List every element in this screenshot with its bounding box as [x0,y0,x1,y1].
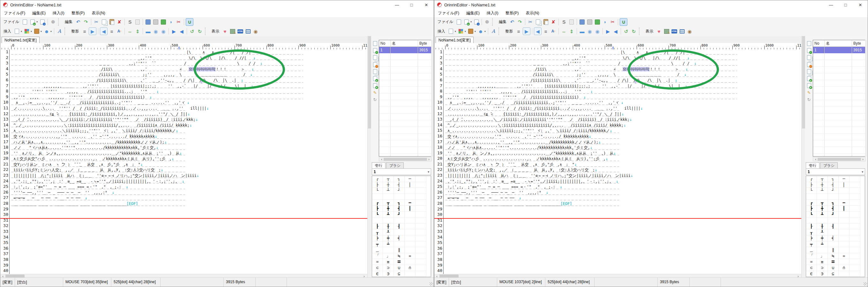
palette-cell[interactable] [372,218,383,224]
select-fill-button[interactable] [145,19,152,26]
insert-page-button[interactable] [13,28,21,35]
new-file-button[interactable] [21,19,28,26]
redo-button[interactable]: ↷ [82,19,89,26]
document-tab[interactable]: NoName1.txt[変更] [2,37,39,43]
undo-button[interactable]: ↶ [509,19,516,26]
palette-cell[interactable] [839,271,849,277]
panel-doc-add-icon[interactable]: + [807,48,811,53]
page-table-empty-row[interactable] [813,80,865,87]
palette-cell[interactable]: 」 [383,253,394,259]
input-mode-toggle[interactable]: ∪ [186,18,193,26]
palette-cell[interactable]: ├ [806,182,817,188]
palette-cell[interactable]: ┘ [828,188,839,194]
palette-cell[interactable]: ⊃ [383,265,394,271]
palette-cell[interactable] [394,242,405,248]
palette-cell[interactable] [828,194,839,200]
play-back-button[interactable]: ◀ [612,28,619,35]
palette-cell[interactable] [828,229,839,235]
palette-cell[interactable]: ┗ [372,212,383,218]
palette-cell[interactable] [849,200,860,206]
palette-cell[interactable] [394,218,405,224]
paste-button[interactable] [542,19,549,26]
panel-doc-remove-icon[interactable]: − [373,62,377,67]
rotate-right-button[interactable]: ↻ [196,28,203,35]
palette-cell[interactable] [817,194,828,200]
palette-cell[interactable] [405,247,415,253]
menu-insert[interactable]: 挿入(I) [483,10,502,16]
palette-cell[interactable] [849,242,860,248]
favorites-heart-button[interactable]: ♥ [221,28,228,35]
palette-cell[interactable]: ┻ [383,212,394,218]
palette-cell[interactable]: ≒ [828,253,839,259]
paste-button[interactable] [108,19,115,26]
palette-cell[interactable]: ┌ [806,176,817,182]
palette-cell[interactable] [405,242,415,248]
palette-cell[interactable]: ┃ [839,206,849,212]
insert-box-button[interactable] [467,28,474,35]
palette-cell[interactable]: ⊂ [806,265,817,271]
palette-cell[interactable]: ┝ [372,235,383,242]
green-fill-button[interactable] [594,19,601,26]
palette-cell[interactable]: ┐ [394,176,405,182]
palette-cell[interactable] [415,253,426,259]
merge-button[interactable]: ▬ [145,28,152,35]
palette-cell[interactable] [849,247,860,253]
palette-cell[interactable]: ┻ [817,212,828,218]
palette-cell[interactable]: │ [405,182,415,188]
save-file-button[interactable]: ▪ [473,19,480,26]
step-end-button[interactable]: ◉ [160,28,167,35]
palette-cell[interactable]: ∋ [383,271,394,277]
scrollbar-thumb[interactable] [817,158,861,161]
html-view-button[interactable]: HTML [237,28,244,35]
menu-file[interactable]: ファイル(F) [0,10,29,16]
undo-button[interactable]: ↶ [75,19,82,26]
palette-cell[interactable] [849,229,860,235]
palette-cell[interactable]: ┣ [806,206,817,212]
template-doc-button[interactable] [568,19,575,26]
template-doc-button[interactable] [134,19,141,26]
page-table-row-selected[interactable]: 1391528 [379,47,431,53]
page-table-empty-row[interactable] [379,120,431,127]
palette-cell[interactable]: ┿ [383,235,394,242]
arc-tool-button[interactable]: ◗ [167,19,175,26]
sort-az-button[interactable]: A− [550,28,557,35]
palette-cell[interactable]: ┥ [394,235,405,242]
preview-eye-button[interactable]: ◉ [686,28,693,35]
palette-cell[interactable] [839,229,849,235]
menu-format[interactable]: 整形(P) [502,10,522,16]
panel-tab-inactive[interactable]: ブラシ [386,162,404,168]
play-forward-button[interactable]: ▶ [604,28,612,35]
palette-cell[interactable] [849,218,860,224]
palette-cell[interactable] [849,188,860,194]
panel-doc-down-icon[interactable]: ▼ [373,83,377,88]
palette-cell[interactable] [405,229,415,235]
palette-cell[interactable]: ≡ [817,259,828,265]
palette-cell[interactable]: 「 [806,253,817,259]
swap-horizontal-button[interactable]: ⇔ [560,28,567,35]
palette-cell[interactable] [415,235,426,242]
page-table-empty-row[interactable] [379,93,431,100]
palette-cell[interactable]: ┓ [828,200,839,206]
palette-cell[interactable]: ┸ [383,229,394,235]
palette-cell[interactable]: ┰ [372,229,383,235]
page-table-empty-row[interactable] [379,100,431,107]
rotate-right-button[interactable]: ↻ [630,28,637,35]
align-lines-button[interactable]: ≡ [515,28,522,35]
page-table-empty-row[interactable] [379,140,431,147]
html-view-button[interactable]: HTML [671,28,678,35]
arc-tool-button[interactable]: ◗ [601,19,609,26]
page-table-empty-row[interactable] [813,87,865,93]
stamp-button[interactable]: S [560,19,567,26]
swap-vertical-button[interactable]: ⇕ [134,28,141,35]
palette-cell[interactable]: ┃ [405,206,415,212]
minimize-button[interactable]: — [390,0,404,9]
page-table-empty-row[interactable] [813,114,865,120]
editor-canvas[interactable]: 1234567891011121314151617181920212223242… [0,50,367,274]
palette-cell[interactable] [415,212,426,218]
palette-cell[interactable]: ∩ [405,265,415,271]
page-table-empty-row[interactable] [379,114,431,120]
palette-cell[interactable]: ┴ [383,188,394,194]
palette-cell[interactable]: ＿ [806,247,817,253]
brush-size-select[interactable]: 1 ▾ [806,168,865,175]
palette-cell[interactable] [806,218,817,224]
